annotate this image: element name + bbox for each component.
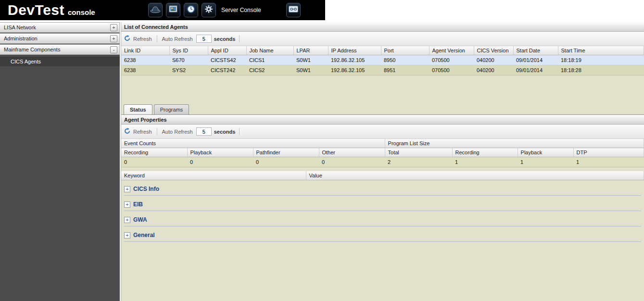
sidebar-panel-body: CICS Agents bbox=[0, 55, 120, 301]
expand-icon[interactable]: + bbox=[124, 217, 130, 223]
cell: 0 bbox=[253, 157, 319, 167]
column-header: Recording bbox=[452, 148, 518, 157]
group-header-program-list-size: Program List Size bbox=[385, 139, 644, 148]
refresh-button[interactable]: Refresh bbox=[124, 35, 153, 42]
cell: 192.86.32.105 bbox=[328, 65, 381, 75]
section-cics-info[interactable]: + CICS Info bbox=[124, 183, 641, 196]
column-header[interactable]: Start Time bbox=[558, 46, 644, 55]
sidebar-item-lisa-network[interactable]: LISA Network + bbox=[0, 22, 120, 33]
expand-icon[interactable]: + bbox=[124, 201, 130, 208]
connected-agents-table: Link ID Sys ID Appl ID Job Name LPAR IP … bbox=[121, 46, 644, 75]
sidebar-item-administration[interactable]: Administration + bbox=[0, 33, 120, 44]
refresh-button[interactable]: Refresh bbox=[124, 128, 153, 135]
gear-icon bbox=[204, 5, 213, 15]
clock-icon bbox=[187, 5, 195, 15]
column-header: Pathfinder bbox=[253, 148, 319, 157]
column-header[interactable]: IP Address bbox=[328, 46, 381, 55]
column-header: Playback bbox=[187, 148, 253, 157]
column-header[interactable]: Sys ID bbox=[169, 46, 208, 55]
agents-toolbar: Refresh Auto Refresh seconds bbox=[121, 32, 644, 46]
keyword-column-header[interactable]: Keyword bbox=[121, 171, 306, 180]
group-header-row: Event Counts Program List Size bbox=[121, 139, 644, 148]
expand-icon[interactable]: + bbox=[124, 186, 130, 192]
cell: 1 bbox=[518, 157, 573, 167]
column-header[interactable]: Appl ID bbox=[208, 46, 246, 55]
cell: 09/01/2014 bbox=[513, 65, 558, 75]
section-title: GWA bbox=[133, 216, 147, 223]
cell: CICS1 bbox=[246, 55, 293, 65]
main-panel: List of Connected Agents Refresh Auto Re… bbox=[121, 22, 644, 301]
reports-button[interactable] bbox=[166, 3, 180, 17]
agents-panel-title: List of Connected Agents bbox=[121, 22, 644, 32]
cell: SYS2 bbox=[169, 65, 208, 75]
table-row[interactable]: 6238 SYS2 CICST242 CICS2 S0W1 192.86.32.… bbox=[121, 65, 644, 75]
recorder-button[interactable] bbox=[286, 3, 301, 17]
cell: S0W1 bbox=[293, 55, 328, 65]
value-column-header[interactable]: Value bbox=[306, 171, 644, 180]
spacer bbox=[121, 167, 644, 171]
cell: 1 bbox=[452, 157, 518, 167]
monitor-button[interactable] bbox=[184, 3, 198, 17]
cell: 6238 bbox=[121, 65, 169, 75]
spacer bbox=[121, 75, 644, 102]
refresh-icon bbox=[124, 128, 130, 135]
counts-header-row: Recording Playback Pathfinder Other Tota… bbox=[121, 148, 644, 157]
column-header[interactable]: Start Date bbox=[513, 46, 558, 55]
expand-icon[interactable]: + bbox=[124, 232, 130, 238]
keyword-value-table: Keyword Value bbox=[121, 171, 644, 180]
expand-toggle-icon[interactable]: + bbox=[110, 35, 117, 42]
cell: S670 bbox=[169, 55, 208, 65]
auto-refresh-interval-input[interactable] bbox=[196, 127, 212, 136]
refresh-icon bbox=[124, 35, 130, 42]
auto-refresh-interval-input[interactable] bbox=[196, 35, 212, 43]
toolbar-separator bbox=[239, 128, 240, 135]
column-header[interactable]: Link ID bbox=[121, 46, 169, 55]
cell: 0 bbox=[319, 157, 385, 167]
refresh-label: Refresh bbox=[133, 129, 152, 135]
column-header[interactable]: LPAR bbox=[293, 46, 328, 55]
section-general[interactable]: + General bbox=[124, 229, 641, 242]
expand-toggle-icon[interactable]: + bbox=[110, 24, 117, 31]
cell: 18:18:28 bbox=[558, 65, 644, 75]
cell: 040200 bbox=[474, 55, 513, 65]
column-header[interactable]: Port bbox=[381, 46, 429, 55]
section-gwa[interactable]: + GWA bbox=[124, 213, 641, 226]
section-title: General bbox=[133, 232, 155, 238]
section-eib[interactable]: + EIB bbox=[124, 198, 641, 211]
logo-title: DevTest bbox=[8, 2, 64, 18]
server-console-button[interactable] bbox=[202, 3, 216, 17]
sidebar-item-mainframe-components[interactable]: Mainframe Components - bbox=[0, 44, 120, 55]
sidebar-item-label: Mainframe Components bbox=[4, 47, 60, 52]
cell: 09/01/2014 bbox=[513, 55, 558, 65]
refresh-label: Refresh bbox=[133, 36, 152, 42]
column-header: Playback bbox=[518, 148, 573, 157]
sidebar-item-cics-agents[interactable]: CICS Agents bbox=[0, 57, 120, 66]
logo-subtitle: console bbox=[68, 8, 95, 16]
spacer bbox=[121, 242, 644, 301]
cell: 070500 bbox=[429, 55, 474, 65]
cell: 8951 bbox=[381, 65, 429, 75]
column-header: Other bbox=[319, 148, 385, 157]
table-row[interactable]: 6238 S670 CICSTS42 CICS1 S0W1 192.86.32.… bbox=[121, 55, 644, 65]
cell: 1 bbox=[573, 157, 644, 167]
column-header: Recording bbox=[121, 148, 187, 157]
tab-status[interactable]: Status bbox=[124, 104, 152, 114]
cell: 2 bbox=[385, 157, 452, 167]
tab-programs[interactable]: Programs bbox=[154, 104, 189, 114]
group-header-event-counts: Event Counts bbox=[121, 139, 385, 148]
image-icon bbox=[169, 5, 177, 15]
console-hat-button[interactable] bbox=[148, 3, 163, 17]
cell: CICSTS42 bbox=[208, 55, 246, 65]
column-header[interactable]: Agent Version bbox=[429, 46, 474, 55]
cell: 0 bbox=[121, 157, 187, 167]
column-header[interactable]: Job Name bbox=[246, 46, 293, 55]
properties-toolbar: Refresh Auto Refresh seconds bbox=[121, 125, 644, 139]
cell: CICS2 bbox=[246, 65, 293, 75]
cell: 192.86.32.105 bbox=[328, 55, 381, 65]
keyword-header-row: Keyword Value bbox=[121, 171, 644, 180]
topbar-icon-group: Server Console bbox=[148, 3, 304, 17]
column-header[interactable]: CICS Version bbox=[474, 46, 513, 55]
collapse-toggle-icon[interactable]: - bbox=[110, 46, 117, 53]
cell: CICST242 bbox=[208, 65, 246, 75]
sidebar: LISA Network + Administration + Mainfram… bbox=[0, 22, 120, 301]
